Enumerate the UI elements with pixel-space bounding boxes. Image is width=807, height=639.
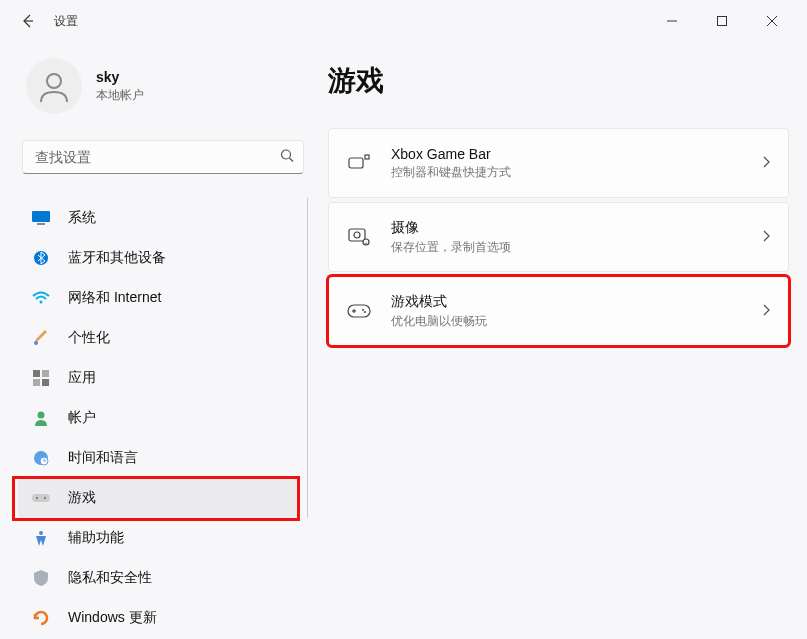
sidebar-item-label: 个性化 [68,329,110,347]
svg-point-29 [354,232,360,238]
bluetooth-icon [30,247,52,269]
apps-icon [30,367,52,389]
main-content: 游戏 Xbox Game Bar 控制器和键盘快捷方式 + 摄像 保存位置，录制… [308,42,789,639]
close-button[interactable] [749,5,795,37]
svg-rect-15 [33,379,40,386]
sidebar-item-label: 时间和语言 [68,449,138,467]
sidebar-item-time[interactable]: 时间和语言 [18,438,300,478]
svg-rect-27 [365,155,369,159]
profile-name: sky [96,69,144,85]
shield-icon [30,567,52,589]
minimize-icon [666,15,678,27]
sidebar-item-network[interactable]: 网络和 Internet [18,278,300,318]
svg-text:+: + [365,240,368,246]
profile-section[interactable]: sky 本地帐户 [18,42,308,130]
svg-point-11 [40,301,43,304]
chevron-right-icon [762,304,770,319]
sidebar-item-label: 蓝牙和其他设备 [68,249,166,267]
card-subtitle: 控制器和键盘快捷方式 [391,164,762,181]
maximize-icon [716,15,728,27]
svg-point-5 [47,74,61,88]
sidebar-item-personalization[interactable]: 个性化 [18,318,300,358]
sidebar-item-accessibility[interactable]: 辅助功能 [18,518,300,558]
search-icon [280,149,294,166]
card-subtitle: 优化电脑以便畅玩 [391,313,762,330]
update-icon [30,607,52,629]
highlight-annotation-nav [12,476,300,521]
window-title: 设置 [54,13,78,30]
svg-rect-9 [37,223,45,225]
maximize-button[interactable] [699,5,745,37]
sidebar-item-update[interactable]: Windows 更新 [18,598,300,638]
profile-subtitle: 本地帐户 [96,87,144,104]
back-icon [20,13,36,29]
gamebar-icon [347,151,371,175]
sidebar-item-bluetooth[interactable]: 蓝牙和其他设备 [18,238,300,278]
svg-point-17 [38,412,45,419]
svg-point-36 [364,311,366,313]
sidebar: sky 本地帐户 系统 [18,42,308,639]
system-icon [30,207,52,229]
svg-rect-8 [32,211,50,222]
person-icon [30,407,52,429]
search-input[interactable] [22,140,304,174]
sidebar-item-system[interactable]: 系统 [18,198,300,238]
sidebar-item-label: 应用 [68,369,96,387]
svg-rect-13 [33,370,40,377]
search-box [22,140,304,174]
user-icon [36,68,72,104]
sidebar-item-label: 系统 [68,209,96,227]
gamemode-icon [347,299,371,323]
svg-rect-2 [718,17,727,26]
capture-icon: + [347,225,371,249]
svg-rect-28 [349,229,365,241]
sidebar-item-apps[interactable]: 应用 [18,358,300,398]
sidebar-item-accounts[interactable]: 帐户 [18,398,300,438]
chevron-right-icon [762,230,770,245]
card-title: Xbox Game Bar [391,146,762,162]
window-controls [649,5,795,37]
svg-rect-26 [349,158,363,168]
svg-point-35 [362,309,364,311]
svg-rect-16 [42,379,49,386]
back-button[interactable] [12,5,44,37]
accessibility-icon [30,527,52,549]
sidebar-item-label: Windows 更新 [68,609,157,627]
svg-rect-32 [348,305,370,317]
svg-line-7 [290,158,294,162]
svg-point-12 [34,341,38,345]
avatar [26,58,82,114]
chevron-right-icon [762,156,770,171]
card-subtitle: 保存位置，录制首选项 [391,239,762,256]
card-xbox-game-bar[interactable]: Xbox Game Bar 控制器和键盘快捷方式 [328,128,789,198]
card-game-mode[interactable]: 游戏模式 优化电脑以便畅玩 [328,276,789,346]
sidebar-item-privacy[interactable]: 隐私和安全性 [18,558,300,598]
close-icon [766,15,778,27]
titlebar: 设置 [0,0,807,42]
page-title: 游戏 [328,62,789,100]
globe-clock-icon [30,447,52,469]
svg-point-25 [39,531,43,535]
sidebar-item-label: 网络和 Internet [68,289,161,307]
svg-point-6 [282,150,291,159]
nav-list: 系统 蓝牙和其他设备 网络和 Internet 个性化 [18,198,308,638]
card-title: 游戏模式 [391,293,762,311]
card-title: 摄像 [391,219,762,237]
nav-divider [307,198,308,518]
brush-icon [30,327,52,349]
card-captures[interactable]: + 摄像 保存位置，录制首选项 [328,202,789,272]
sidebar-item-label: 帐户 [68,409,96,427]
sidebar-item-label: 辅助功能 [68,529,124,547]
svg-rect-14 [42,370,49,377]
minimize-button[interactable] [649,5,695,37]
wifi-icon [30,287,52,309]
sidebar-item-label: 隐私和安全性 [68,569,152,587]
